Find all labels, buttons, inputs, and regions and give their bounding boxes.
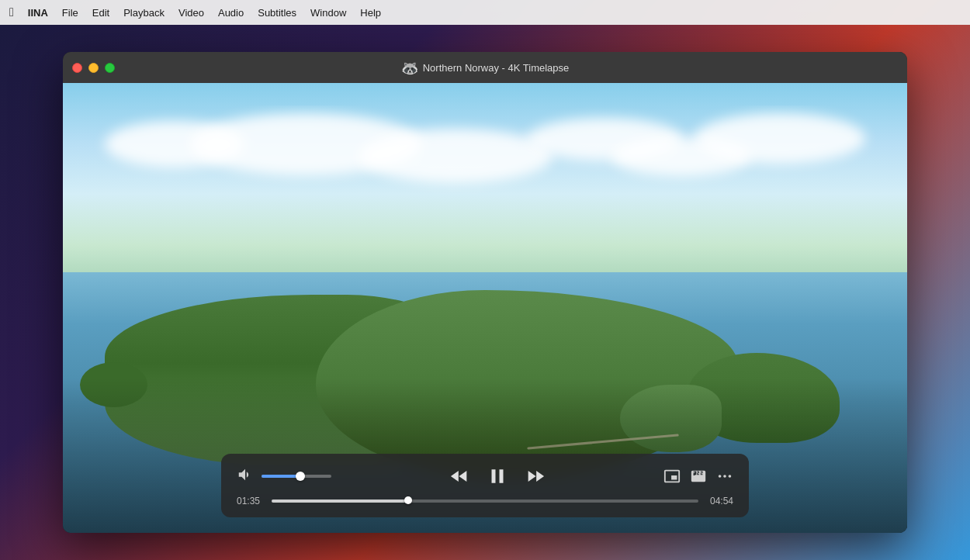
volume-icon <box>237 466 254 487</box>
pip-button[interactable] <box>663 468 681 485</box>
title-bar-center: 🦝 Northern Norway - 4K Timelapse <box>401 60 570 75</box>
title-bar: 🦝 Northern Norway - 4K Timelapse <box>63 52 907 83</box>
cloud-3 <box>359 129 553 183</box>
video-scene: 01:35 04:54 <box>63 83 907 533</box>
menu-window[interactable]: Window <box>310 7 346 19</box>
controls-top-row <box>237 465 733 488</box>
menu-video[interactable]: Video <box>178 7 204 19</box>
traffic-lights <box>72 63 115 73</box>
desktop: 🦝 Northern Norway - 4K Timelapse <box>0 25 970 560</box>
minimize-button[interactable] <box>88 63 99 73</box>
progress-thumb <box>404 496 412 504</box>
window-title: Northern Norway - 4K Timelapse <box>423 62 570 74</box>
rewind-button[interactable] <box>449 465 470 487</box>
menu-subtitles[interactable]: Subtitles <box>258 7 296 19</box>
volume-slider[interactable] <box>262 475 331 478</box>
cloud-layer <box>63 105 907 263</box>
volume-control <box>237 466 331 487</box>
subtitles-button[interactable] <box>690 468 707 485</box>
volume-thumb <box>296 472 305 481</box>
cloud-6 <box>695 113 865 164</box>
progress-fill <box>272 500 408 503</box>
close-button[interactable] <box>72 63 82 73</box>
menubar:  IINA File Edit Playback Video Audio Su… <box>0 0 970 25</box>
menu-audio[interactable]: Audio <box>218 7 244 19</box>
volume-fill <box>262 475 300 478</box>
app-icon: 🦝 <box>401 60 417 75</box>
current-time: 01:35 <box>237 496 264 506</box>
maximize-button[interactable] <box>105 63 115 73</box>
total-time: 04:54 <box>706 496 733 506</box>
menu-playback[interactable]: Playback <box>123 7 165 19</box>
playback-controls <box>449 465 546 488</box>
svg-point-2 <box>729 475 732 478</box>
controls-bottom-row: 01:35 04:54 <box>237 496 733 506</box>
pause-button[interactable] <box>486 465 509 488</box>
menu-file[interactable]: File <box>62 7 78 19</box>
app-window: 🦝 Northern Norway - 4K Timelapse <box>63 52 907 533</box>
video-area[interactable]: 01:35 04:54 <box>63 83 907 533</box>
progress-bar[interactable] <box>272 500 698 503</box>
extra-controls <box>663 468 733 485</box>
apple-menu[interactable]:  <box>9 5 14 19</box>
controls-overlay: 01:35 04:54 <box>221 454 749 517</box>
svg-point-1 <box>723 475 726 478</box>
fast-forward-button[interactable] <box>525 465 546 487</box>
menu-help[interactable]: Help <box>360 7 381 19</box>
menu-edit[interactable]: Edit <box>92 7 109 19</box>
menu-iina[interactable]: IINA <box>28 7 48 19</box>
svg-point-0 <box>719 475 722 478</box>
more-button[interactable] <box>716 468 733 485</box>
